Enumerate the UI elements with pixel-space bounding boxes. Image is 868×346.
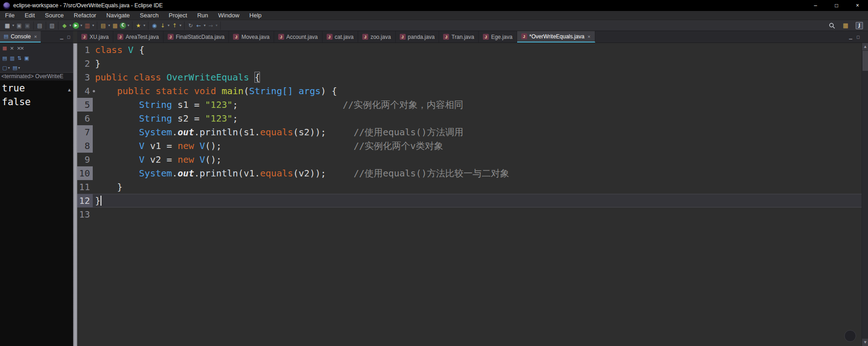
menu-item-project[interactable]: Project — [164, 11, 192, 20]
code-line[interactable]: 11 } — [77, 180, 862, 194]
forward-icon[interactable]: → — [207, 22, 214, 29]
code-line[interactable]: 9 V v2 = new V(); — [77, 153, 862, 166]
code-line[interactable]: 12} — [77, 194, 862, 208]
editor-tab[interactable]: Jcat.java — [323, 31, 358, 43]
java-perspective-icon[interactable]: J — [856, 22, 863, 29]
line-number[interactable]: 11 — [77, 180, 93, 194]
editor-scrollbar[interactable]: ▲ ▼ — [862, 43, 868, 346]
line-number[interactable]: 5 — [77, 98, 93, 112]
menu-item-edit[interactable]: Edit — [20, 11, 40, 20]
new-class-icon[interactable]: C — [120, 22, 126, 29]
new-wizard-icon[interactable]: ▦ — [4, 22, 11, 29]
editor-tab[interactable]: J*OverWriteEquals.java× — [517, 31, 595, 43]
menu-item-search[interactable]: Search — [135, 11, 164, 20]
coverage-icon[interactable]: ▥ — [84, 22, 91, 29]
tab-close-icon[interactable]: × — [587, 34, 590, 39]
new-class-dropdown[interactable]: ▾ — [127, 22, 130, 29]
menu-item-window[interactable]: Window — [213, 11, 244, 20]
code-line[interactable]: 5 String s1 = "123"; //实例化两个对象，内容相同 — [77, 98, 862, 112]
debug-icon[interactable]: ◆ — [61, 22, 68, 29]
last-edit-location-icon[interactable]: ↻ — [187, 22, 194, 29]
line-number[interactable]: 8 — [77, 139, 93, 153]
run-dropdown[interactable]: ▾ — [79, 22, 83, 29]
menu-item-file[interactable]: File — [0, 11, 20, 20]
editor-tab[interactable]: JMovea.java — [229, 31, 274, 43]
back-dropdown[interactable]: ▾ — [203, 22, 206, 29]
next-annotation-dropdown[interactable]: ▾ — [167, 22, 170, 29]
prev-annotation-icon[interactable]: ↑ — [171, 22, 178, 29]
minimize-view-button[interactable]: ▁ — [60, 35, 64, 39]
line-number[interactable]: 12 — [77, 194, 93, 208]
editor-tab[interactable]: Jpanda.java — [396, 31, 439, 43]
search-icon[interactable] — [828, 22, 836, 29]
save-all-icon[interactable]: ▣ — [24, 22, 31, 29]
console-scroll-up-icon[interactable]: ▲ — [68, 83, 71, 97]
line-number[interactable]: 4 — [77, 84, 93, 98]
code-line[interactable]: 4 public static void main(String[] args)… — [77, 84, 862, 98]
menu-item-source[interactable]: Source — [40, 11, 69, 20]
open-console-icon[interactable]: ▤ — [12, 65, 16, 71]
console-tab-close-icon[interactable]: × — [34, 34, 37, 39]
panel-sash[interactable] — [73, 43, 77, 346]
line-number[interactable]: 13 — [77, 208, 93, 221]
code-line[interactable]: 6 String s2 = "123"; — [77, 112, 862, 125]
line-number[interactable]: 10 — [77, 166, 93, 180]
scroll-down-icon[interactable]: ▼ — [862, 339, 868, 346]
pin-console-icon[interactable]: ▣ — [24, 55, 28, 61]
save-icon[interactable]: ▣ — [16, 22, 23, 29]
scroll-lock-icon[interactable]: ▥ — [10, 55, 13, 61]
code-line[interactable]: 2} — [77, 57, 862, 70]
editor-tab[interactable]: JFinalStaticData.java — [164, 31, 229, 43]
word-wrap-icon[interactable]: ⇅ — [17, 55, 21, 61]
console-tab[interactable]: ▤ Console × — [0, 31, 41, 43]
perspective-grid-icon[interactable]: ▦ — [842, 22, 849, 29]
next-annotation-icon[interactable]: ↓ — [159, 22, 166, 29]
new-project-dropdown[interactable]: ▾ — [107, 22, 111, 29]
editor-tab[interactable]: JTran.java — [439, 31, 479, 43]
scrollbar-thumb[interactable] — [863, 51, 868, 71]
code-line[interactable]: 8 V v1 = new V(); //实例化两个v类对象 — [77, 139, 862, 153]
editor-tab[interactable]: JAccount.java — [274, 31, 323, 43]
minimize-editor-button[interactable]: ▁ — [849, 35, 852, 39]
code-line[interactable]: 7 System.out.println(s1.equals(s2)); //使… — [77, 125, 862, 139]
new-package-icon[interactable]: ▩ — [111, 22, 119, 29]
line-number[interactable]: 9 — [77, 153, 93, 166]
editor-tab[interactable]: JXU.java — [77, 31, 113, 43]
display-selected-console-icon[interactable]: ▢ — [2, 65, 6, 71]
search-flashlight-icon[interactable]: ★ — [135, 22, 142, 29]
clear-console-icon[interactable]: ▤ — [2, 55, 6, 61]
line-number[interactable]: 1 — [77, 43, 93, 57]
line-number[interactable]: 2 — [77, 57, 93, 70]
menu-item-run[interactable]: Run — [192, 11, 213, 20]
overlay-bubble[interactable] — [844, 330, 856, 342]
menu-item-help[interactable]: Help — [244, 11, 267, 20]
line-number[interactable]: 3 — [77, 70, 93, 84]
open-console-dropdown[interactable]: ▾ — [18, 66, 19, 70]
maximize-button[interactable]: □ — [826, 0, 847, 11]
forward-dropdown[interactable]: ▾ — [215, 22, 218, 29]
menu-item-refactor[interactable]: Refactor — [69, 11, 101, 20]
editor-tab[interactable]: Jzoo.java — [358, 31, 396, 43]
code-line[interactable]: 13 — [77, 208, 862, 221]
debug-dropdown[interactable]: ▾ — [69, 22, 72, 29]
coverage-dropdown[interactable]: ▾ — [91, 22, 95, 29]
maximize-view-button[interactable]: ◻ — [67, 35, 70, 39]
back-icon[interactable]: ← — [195, 22, 202, 29]
code-line[interactable]: 10 System.out.println(v1.equals(v2)); //… — [77, 166, 862, 180]
run-icon[interactable]: ▶ — [73, 22, 79, 29]
code-editor[interactable]: 1class V {2}3public class OverWriteEqual… — [77, 43, 862, 346]
print-icon[interactable]: ▤ — [36, 22, 43, 29]
remove-all-terminated-icon[interactable]: ×× — [17, 45, 23, 51]
terminate-icon[interactable]: ■ — [2, 45, 6, 51]
console-output[interactable]: truefalse ▲ — [0, 80, 73, 346]
line-number[interactable]: 7 — [77, 125, 93, 139]
code-line[interactable]: 1class V { — [77, 43, 862, 57]
display-console-dropdown[interactable]: ▾ — [8, 66, 9, 70]
code-line[interactable]: 3public class OverWriteEquals { — [77, 70, 862, 84]
external-tools-dropdown[interactable]: ▾ — [143, 22, 146, 29]
close-console-icon[interactable]: × — [10, 45, 13, 51]
menu-item-navigate[interactable]: Navigate — [101, 11, 135, 20]
editor-tab[interactable]: JEge.java — [479, 31, 517, 43]
new-wizard-dropdown[interactable]: ▾ — [11, 22, 15, 29]
editor-tab[interactable]: JAreaTest.java — [113, 31, 164, 43]
